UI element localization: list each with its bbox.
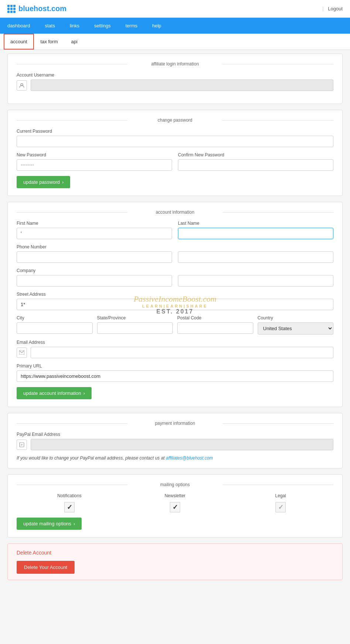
header: bluehost.com | Logout (0, 0, 350, 18)
street-group: Street Address (17, 292, 333, 310)
last-name-input[interactable] (178, 228, 333, 239)
primary-url-group: Primary URL (17, 363, 333, 382)
password-row: New Password Confirm New Password (17, 152, 333, 176)
nav-item-settings[interactable]: settings (87, 18, 118, 34)
nav-item-links[interactable]: links (62, 18, 87, 34)
phone-extra-input[interactable] (178, 251, 333, 263)
affiliate-login-title: affiliate login information (17, 61, 333, 67)
street-input[interactable] (17, 299, 333, 310)
sub-nav: account tax form api (0, 34, 350, 50)
legal-group: Legal (228, 493, 333, 512)
city-group: City (17, 315, 93, 335)
email-group: Email Address (17, 340, 333, 358)
city-input[interactable] (17, 322, 93, 334)
postal-input[interactable] (177, 322, 253, 334)
sub-nav-item-api[interactable]: api (65, 34, 84, 50)
new-password-label: New Password (17, 152, 172, 157)
current-password-label: Current Password (17, 129, 333, 134)
paypal-icon: P (19, 442, 24, 447)
chevron-right-icon: › (73, 521, 75, 526)
company-label: Company (17, 268, 172, 273)
location-row: City State/Province Postal Code Country … (17, 315, 333, 340)
mailing-options-section: mailing options Notifications Newsletter… (7, 474, 343, 538)
legal-checkbox[interactable] (275, 502, 286, 512)
username-icon (17, 80, 27, 91)
legal-label: Legal (228, 493, 333, 498)
sub-nav-item-account[interactable]: account (4, 34, 34, 50)
payment-info-title: payment information (17, 421, 333, 426)
phone-extra-group (178, 244, 333, 263)
paypal-email-link[interactable]: affiliates@bluehost.com (166, 455, 213, 461)
page-content: affiliate login information Account User… (0, 50, 350, 590)
main-nav: dashboard stats links settings terms hel… (0, 18, 350, 34)
newsletter-checkbox[interactable] (170, 502, 180, 512)
account-info-section: account information PassiveIncomeBoost.c… (7, 202, 343, 407)
newsletter-label: Newsletter (122, 493, 228, 498)
email-label: Email Address (17, 340, 333, 345)
country-label: Country (258, 315, 334, 321)
newsletter-checkbox-wrapper (122, 502, 228, 512)
city-label: City (17, 315, 93, 321)
notifications-label: Notifications (17, 493, 122, 498)
company-input[interactable] (17, 275, 172, 287)
delete-account-button[interactable]: Delete Your Account (17, 561, 75, 574)
email-input[interactable] (31, 347, 333, 358)
confirm-password-label: Confirm New Password (178, 152, 333, 157)
header-separator: | (322, 6, 323, 11)
chevron-right-icon: › (83, 390, 85, 396)
state-input[interactable] (97, 322, 173, 334)
confirm-password-group: Confirm New Password (178, 152, 333, 171)
new-password-input[interactable] (17, 159, 172, 171)
logo-grid-icon (7, 5, 16, 13)
company-row: Company (17, 268, 333, 292)
company-extra-input[interactable] (178, 275, 333, 287)
update-account-button[interactable]: update account information › (17, 387, 92, 399)
paypal-note: If you would like to change your PayPal … (17, 455, 333, 461)
delete-account-title: Delete Account (17, 550, 333, 556)
nav-item-terms[interactable]: terms (118, 18, 145, 34)
last-name-group: Last Name (178, 221, 333, 239)
logout-link[interactable]: Logout (328, 6, 343, 11)
company-extra-group (178, 268, 333, 287)
username-label: Account Username (17, 72, 333, 78)
account-info-title: account information (17, 210, 333, 215)
envelope-icon (19, 350, 24, 355)
mailing-options-title: mailing options (17, 482, 333, 487)
phone-group: Phone Number (17, 244, 172, 263)
sub-nav-item-tax-form[interactable]: tax form (34, 34, 65, 50)
update-password-button[interactable]: update password › (17, 176, 70, 188)
country-select[interactable]: United States Canada United Kingdom Aust… (258, 322, 334, 335)
nav-item-dashboard[interactable]: dashboard (0, 18, 37, 34)
company-extra-label (178, 268, 333, 273)
confirm-password-input[interactable] (178, 159, 333, 171)
first-name-input[interactable] (17, 228, 172, 239)
phone-row: Phone Number (17, 244, 333, 268)
phone-label: Phone Number (17, 244, 172, 250)
user-icon (19, 83, 24, 88)
payment-info-section: payment information PayPal Email Address… (7, 413, 343, 468)
phone-input[interactable] (17, 251, 172, 263)
name-row: First Name Last Name (17, 221, 333, 244)
update-mailing-button[interactable]: update mailing options › (17, 518, 82, 530)
paypal-input[interactable] (31, 439, 333, 450)
first-name-label: First Name (17, 221, 172, 226)
current-password-input[interactable] (17, 136, 333, 147)
notifications-group: Notifications (17, 493, 122, 512)
legal-checkbox-wrapper (228, 502, 333, 512)
postal-group: Postal Code (177, 315, 253, 335)
nav-item-help[interactable]: help (145, 18, 169, 34)
logo[interactable]: bluehost.com (7, 4, 66, 13)
last-name-label: Last Name (178, 221, 333, 226)
checkbox-row: Notifications Newsletter Legal (17, 493, 333, 512)
primary-url-label: Primary URL (17, 363, 333, 369)
nav-item-stats[interactable]: stats (37, 18, 62, 34)
change-password-title: change password (17, 118, 333, 123)
username-row (17, 79, 333, 91)
paypal-row: P (17, 439, 333, 450)
primary-url-input[interactable] (17, 370, 333, 382)
notifications-checkbox[interactable] (64, 502, 75, 512)
logo-text: bluehost.com (18, 4, 66, 13)
username-input[interactable] (31, 79, 333, 91)
state-label: State/Province (97, 315, 173, 321)
notifications-checkbox-wrapper (17, 502, 122, 512)
